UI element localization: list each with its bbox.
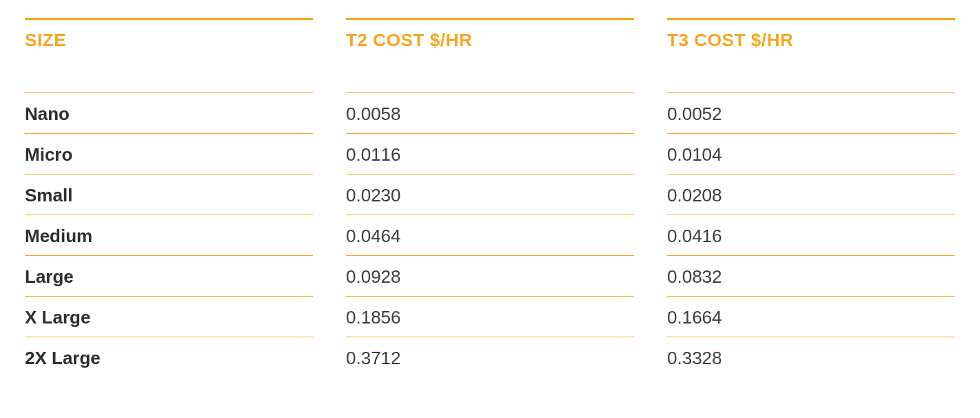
table-row: 0.0104 [667, 133, 955, 174]
table-row: 0.3328 [667, 337, 955, 377]
page: SIZE Nano Micro Small Medium Large X Lar… [0, 0, 980, 418]
table-row: X Large [25, 296, 313, 337]
table-row: Micro [25, 133, 313, 174]
header-t2: T2 COST $/HR [346, 18, 634, 92]
table-row: 0.3712 [346, 337, 634, 377]
header-t3: T3 COST $/HR [667, 18, 955, 92]
table-row: 0.0416 [667, 215, 955, 255]
pricing-table: SIZE Nano Micro Small Medium Large X Lar… [25, 18, 955, 377]
column-size: SIZE Nano Micro Small Medium Large X Lar… [25, 18, 313, 377]
header-size: SIZE [25, 18, 313, 92]
table-row: 0.1856 [346, 296, 634, 337]
column-t3-cost: T3 COST $/HR 0.0052 0.0104 0.0208 0.0416… [667, 18, 955, 377]
table-row: 0.0230 [346, 174, 634, 215]
table-row: 0.0928 [346, 255, 634, 296]
table-row: 2X Large [25, 337, 313, 377]
table-row: 0.0058 [346, 92, 634, 133]
table-row: 0.0832 [667, 255, 955, 296]
table-row: 0.0052 [667, 92, 955, 133]
table-row: 0.0116 [346, 133, 634, 174]
table-row: 0.0464 [346, 215, 634, 255]
table-row: Small [25, 174, 313, 215]
table-row: 0.0208 [667, 174, 955, 215]
table-row: Large [25, 255, 313, 296]
table-row: Medium [25, 215, 313, 255]
table-row: 0.1664 [667, 296, 955, 337]
table-row: Nano [25, 92, 313, 133]
column-t2-cost: T2 COST $/HR 0.0058 0.0116 0.0230 0.0464… [346, 18, 634, 377]
